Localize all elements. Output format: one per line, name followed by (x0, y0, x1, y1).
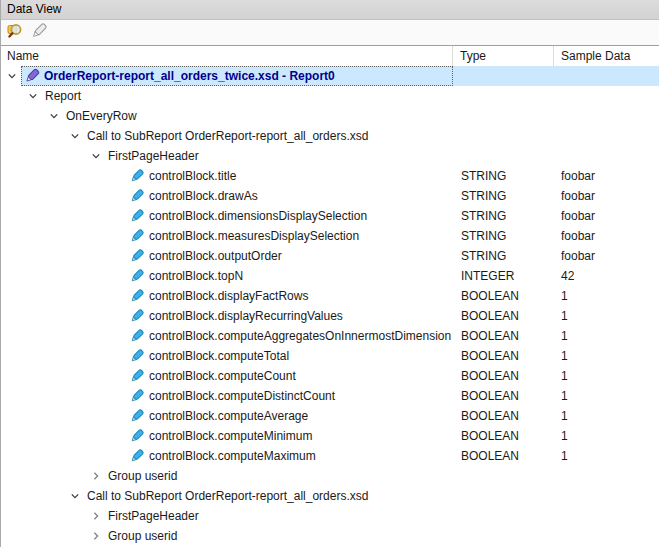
expander-toggle[interactable] (91, 466, 107, 486)
expander-toggle[interactable] (112, 306, 128, 326)
cell-sample (554, 126, 659, 146)
expander-toggle[interactable] (91, 506, 107, 526)
tree-cell-name: controlBlock.title (1, 166, 453, 186)
chevron-right-icon (91, 471, 101, 481)
chevron-down-icon (70, 491, 80, 501)
cell-sample: 1 (554, 406, 659, 426)
tree-row[interactable]: FirstPageHeader (1, 506, 659, 526)
tree-row[interactable]: controlBlock.computeMinimum BOOLEAN 1 (1, 426, 659, 446)
tree-row[interactable]: OnEveryRow (1, 106, 659, 126)
cell-sample (554, 486, 659, 506)
tree-cell-name: controlBlock.topN (1, 266, 453, 286)
expander-toggle[interactable] (112, 166, 128, 186)
pencil-icon (30, 22, 48, 43)
tree-row[interactable]: FirstPageHeader (1, 146, 659, 166)
tree-row[interactable]: controlBlock.displayRecurringValues BOOL… (1, 306, 659, 326)
expander-toggle[interactable] (70, 126, 86, 146)
blue-pencil-icon (129, 288, 145, 304)
expander-toggle[interactable] (112, 206, 128, 226)
cell-type: BOOLEAN (453, 366, 554, 386)
cell-sample (554, 86, 659, 106)
expander-toggle[interactable] (112, 446, 128, 466)
tree-cell-name: controlBlock.computeMinimum (1, 426, 453, 446)
cell-sample: 1 (554, 286, 659, 306)
tree-row[interactable]: controlBlock.topN INTEGER 42 (1, 266, 659, 286)
cell-type: BOOLEAN (453, 426, 554, 446)
expander-toggle[interactable] (112, 266, 128, 286)
row-label: OnEveryRow (65, 109, 137, 123)
blue-pencil-icon (129, 368, 145, 384)
column-header-type[interactable]: Type (453, 46, 554, 66)
tree-row[interactable]: Group userid (1, 526, 659, 546)
tree-row[interactable]: controlBlock.computeTotal BOOLEAN 1 (1, 346, 659, 366)
blue-pencil-icon (129, 328, 145, 344)
expander-toggle[interactable] (112, 186, 128, 206)
expander-toggle[interactable] (49, 106, 65, 126)
expander-toggle[interactable] (112, 226, 128, 246)
tree-cell-name: controlBlock.displayFactRows (1, 286, 453, 306)
row-label: controlBlock.displayRecurringValues (148, 309, 343, 323)
tree-cell-name: FirstPageHeader (1, 506, 453, 526)
tree-cell-name: controlBlock.outputOrder (1, 246, 453, 266)
tree-row[interactable]: controlBlock.computeCount BOOLEAN 1 (1, 366, 659, 386)
expander-toggle[interactable] (70, 486, 86, 506)
expander-toggle[interactable] (7, 66, 23, 86)
expander-toggle[interactable] (112, 406, 128, 426)
expander-toggle[interactable] (112, 386, 128, 406)
cell-sample: foobar (554, 206, 659, 226)
tree-row[interactable]: controlBlock.displayFactRows BOOLEAN 1 (1, 286, 659, 306)
cell-sample (554, 146, 659, 166)
tree-row[interactable]: controlBlock.drawAs STRING foobar (1, 186, 659, 206)
tree-cell-name: controlBlock.displayRecurringValues (1, 306, 453, 326)
tree-cell-name: controlBlock.dimensionsDisplaySelection (1, 206, 453, 226)
column-headers: Name Type Sample Data (1, 46, 659, 66)
row-label: controlBlock.displayFactRows (148, 289, 308, 303)
tree-row[interactable]: controlBlock.computeMaximum BOOLEAN 1 (1, 446, 659, 466)
cell-sample (554, 106, 659, 126)
expander-toggle[interactable] (112, 346, 128, 366)
expander-toggle[interactable] (28, 86, 44, 106)
cell-type (453, 526, 554, 546)
expander-toggle[interactable] (91, 526, 107, 546)
tree-row[interactable]: controlBlock.computeDistinctCount BOOLEA… (1, 386, 659, 406)
edit-button[interactable] (28, 22, 50, 44)
cell-type: BOOLEAN (453, 386, 554, 406)
blue-pencil-icon (129, 248, 145, 264)
tree-row[interactable]: Call to SubReport OrderReport-report_all… (1, 486, 659, 506)
expander-toggle[interactable] (91, 146, 107, 166)
chevron-down-icon (70, 131, 80, 141)
cell-sample: 1 (554, 366, 659, 386)
tree-row[interactable]: controlBlock.measuresDisplaySelection ST… (1, 226, 659, 246)
row-label: controlBlock.computeCount (148, 369, 296, 383)
tree-row[interactable]: OrderReport-report_all_orders_twice.xsd … (1, 66, 659, 86)
column-header-name[interactable]: Name (1, 46, 453, 66)
chevron-down-icon (7, 71, 17, 81)
tree-row[interactable]: controlBlock.outputOrder STRING foobar (1, 246, 659, 266)
row-label: Call to SubReport OrderReport-report_all… (86, 489, 368, 503)
row-label: controlBlock.drawAs (148, 189, 258, 203)
tree-row[interactable]: controlBlock.computeAverage BOOLEAN 1 (1, 406, 659, 426)
tree-row[interactable]: controlBlock.computeAggregatesOnInnermos… (1, 326, 659, 346)
cell-type (453, 506, 554, 526)
expander-toggle[interactable] (112, 326, 128, 346)
cell-sample: 1 (554, 326, 659, 346)
expander-toggle[interactable] (112, 286, 128, 306)
tree-row[interactable]: controlBlock.dimensionsDisplaySelection … (1, 206, 659, 226)
cell-sample: 1 (554, 386, 659, 406)
row-label: controlBlock.measuresDisplaySelection (148, 229, 359, 243)
chevron-down-icon (49, 111, 59, 121)
chevron-down-icon (91, 151, 101, 161)
tree-cell-name: controlBlock.drawAs (1, 186, 453, 206)
tree-row[interactable]: Report (1, 86, 659, 106)
expander-toggle[interactable] (112, 366, 128, 386)
tree-row[interactable]: Group userid (1, 466, 659, 486)
select-fields-button[interactable] (4, 22, 26, 44)
column-header-sample[interactable]: Sample Data (554, 46, 659, 66)
tree-cell-name: controlBlock.computeAggregatesOnInnermos… (1, 326, 453, 346)
expander-toggle[interactable] (112, 426, 128, 446)
expander-toggle[interactable] (112, 246, 128, 266)
row-label: FirstPageHeader (107, 149, 199, 163)
tree-row[interactable]: controlBlock.title STRING foobar (1, 166, 659, 186)
tree-row[interactable]: Call to SubReport OrderReport-report_all… (1, 126, 659, 146)
cell-type: BOOLEAN (453, 446, 554, 466)
